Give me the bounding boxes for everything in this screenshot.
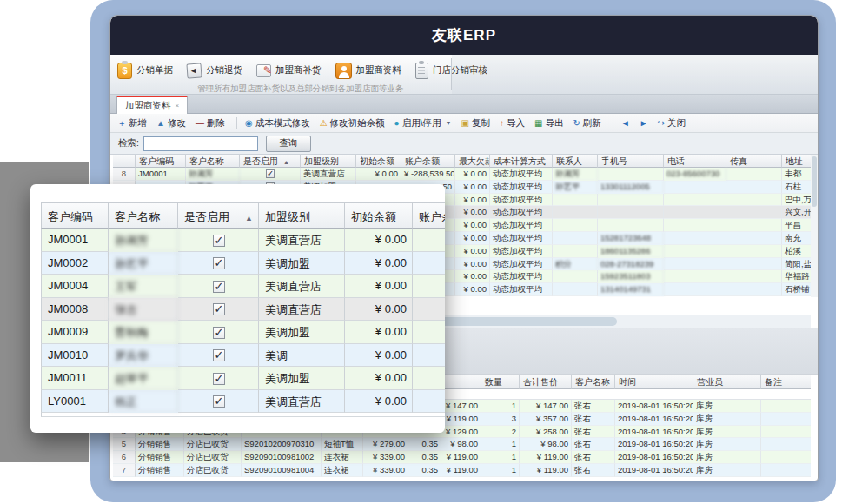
vertical-scrollbar-thumb[interactable] — [812, 156, 817, 207]
column-header[interactable]: 地址 — [782, 155, 811, 168]
table-cell: 1 — [481, 464, 520, 477]
刷新-button[interactable]: ↻刷新 — [573, 117, 600, 129]
next-button[interactable]: ► — [640, 119, 648, 128]
table-row[interactable]: 6分销销售分店已收货S92090100981002连衣裙¥ 339.000.35… — [113, 451, 811, 464]
ribbon-button[interactable]: 分销退货 — [187, 63, 242, 78]
column-header[interactable] — [441, 375, 481, 389]
删除-button[interactable]: —删除 — [196, 117, 225, 129]
table-cell: 孙湘芳 — [553, 168, 598, 181]
column-header[interactable]: 电话 — [664, 155, 726, 168]
checkbox-checked[interactable] — [266, 169, 275, 178]
search-button[interactable]: 查询 — [266, 136, 311, 152]
column-header[interactable]: 是否启用▲ — [178, 202, 259, 229]
column-header[interactable] — [113, 155, 136, 168]
column-header[interactable]: 客户名称 — [572, 375, 615, 389]
导入-button[interactable]: ↑导入 — [500, 117, 525, 129]
checkbox-checked[interactable] — [213, 257, 225, 269]
sort-ascending-icon: ▲ — [245, 214, 253, 222]
column-header[interactable]: 成本计算方式 — [490, 155, 553, 168]
table-cell: ¥ 0.00 — [455, 245, 490, 258]
column-header[interactable]: 客户名称 — [109, 202, 178, 229]
vertical-scrollbar[interactable] — [811, 155, 818, 297]
table-cell: 美调直营店 — [259, 390, 345, 414]
checkbox-checked[interactable] — [213, 303, 225, 315]
table-cell: 动态加权平均 — [490, 206, 553, 219]
column-header[interactable]: 传真 — [726, 155, 782, 168]
table-row[interactable]: 7分销销售分店已收货S92090100981004连衣裙¥ 339.000.35… — [113, 464, 811, 477]
table-cell: 张右 — [572, 426, 615, 439]
column-header[interactable]: 是否启用▲ — [240, 155, 301, 168]
checkbox-checked[interactable] — [213, 373, 225, 385]
column-header[interactable]: 最大欠款 — [455, 155, 490, 168]
启用\停用-button[interactable]: ●启用\停用▼ — [394, 117, 452, 129]
table-row[interactable]: LY0001韩正美调直营店¥ 0.00 — [41, 390, 445, 414]
table-row[interactable]: 5分销销售分店已收货S92010200970310短袖T恤¥ 279.000.3… — [113, 438, 811, 451]
table-cell: 美调直营店 — [259, 275, 345, 298]
table-row[interactable]: JM0009曹秋梅美调加盟¥ 0.00 — [41, 321, 445, 344]
column-header[interactable]: 客户编码 — [41, 202, 109, 229]
table-cell: 0.35 — [408, 438, 441, 451]
table-row[interactable]: 8JM0001孙湘芳美调直营店¥ 0.00¥ -288,539.50¥ 0.00… — [113, 168, 811, 181]
table-row[interactable]: JM0004王军美调直营店¥ 0.00 — [41, 275, 445, 298]
导出-button[interactable]: ▦导出 — [534, 117, 563, 129]
新增-button[interactable]: ＋新增 — [117, 117, 147, 129]
table-cell: 美调直营店 — [259, 298, 345, 322]
column-header[interactable]: 客户编码 — [136, 155, 186, 168]
table-cell: ¥ 0.00 — [455, 258, 490, 271]
prev-button[interactable]: ◄ — [621, 119, 630, 128]
table-cell: 2019-08-01 16:50:20 — [615, 438, 693, 451]
ribbon-button[interactable]: 加盟商补货 — [256, 64, 322, 77]
table-cell: 柏溪 — [782, 245, 811, 258]
checkbox-checked[interactable] — [213, 281, 225, 293]
column-header[interactable]: 备注 — [761, 375, 799, 389]
table-cell — [553, 245, 598, 258]
table-row[interactable]: JM0002孙艺平美调加盟¥ 0.00 — [41, 252, 445, 275]
checkbox-checked[interactable] — [213, 235, 225, 247]
table-cell: 7 — [113, 464, 136, 477]
audit-board-icon — [415, 63, 428, 79]
search-input[interactable] — [143, 136, 258, 151]
column-header[interactable]: 加盟级别 — [259, 202, 345, 229]
table-row[interactable]: JM0001孙湘芳美调直营店¥ 0.00 — [41, 229, 445, 252]
关闭-button[interactable]: ↪关闭 — [658, 117, 686, 129]
table-row[interactable]: JM0008张古美调直营店¥ 0.00 — [41, 298, 445, 322]
prev-icon: ◄ — [621, 119, 630, 128]
table-row[interactable]: JM0011赵翠平美调加盟¥ 0.00 — [41, 367, 445, 390]
ribbon-button[interactable]: 加盟商资料 — [335, 63, 402, 79]
tab-close-icon[interactable]: × — [175, 102, 179, 109]
column-header[interactable]: 营业员 — [693, 375, 761, 389]
close-icon: ↪ — [658, 119, 665, 128]
table-cell: 3 — [481, 413, 520, 426]
成本模式修改-button[interactable]: ◉成本模式修改 — [245, 117, 310, 129]
column-header[interactable]: 联系人 — [553, 155, 598, 168]
column-header[interactable]: 客户名称 — [186, 155, 240, 168]
column-header[interactable]: 账户余额 — [413, 202, 445, 229]
column-header[interactable]: 初始余额 — [345, 202, 413, 229]
checkbox-checked[interactable] — [213, 349, 225, 361]
toolbar-item-label: 刷新 — [583, 117, 601, 129]
magnified-table-popup: 客户编码客户名称是否启用▲加盟级别初始余额账户余额JM0001孙湘芳美调直营店¥… — [30, 184, 445, 433]
column-header[interactable]: 加盟级别 — [301, 155, 356, 168]
修改-button[interactable]: ▲修改 — [156, 117, 186, 129]
ribbon-button[interactable]: 分销单据 — [117, 63, 173, 79]
复制-button[interactable]: ▣复制 — [461, 117, 490, 129]
table-row[interactable]: JM0010罗兵华美调¥ 0.00 — [41, 344, 445, 368]
tab-partner-info[interactable]: 加盟商资料 × — [116, 96, 188, 114]
column-header[interactable]: 合计售价 — [520, 375, 572, 389]
column-header[interactable] — [799, 375, 811, 389]
checkbox-checked[interactable] — [213, 327, 225, 339]
table-cell: ¥ 0.00 — [455, 232, 490, 245]
column-header[interactable]: 初始余额 — [356, 155, 401, 168]
修改初始余额-button[interactable]: ⚠修改初始余额 — [320, 117, 385, 129]
table-cell — [664, 232, 726, 245]
toolbar-item-label: 成本模式修改 — [255, 117, 310, 129]
column-header[interactable]: 账户余额 — [401, 155, 455, 168]
column-header[interactable]: 时间 — [615, 375, 693, 389]
table-cell — [413, 367, 445, 390]
table-cell: ¥ 98.00 — [520, 438, 572, 451]
table-cell — [726, 168, 782, 181]
checkbox-checked[interactable] — [213, 395, 225, 408]
column-header[interactable]: 手机号 — [598, 155, 664, 168]
column-header[interactable]: 数量 — [481, 375, 520, 389]
toolbar-separator — [236, 117, 237, 129]
